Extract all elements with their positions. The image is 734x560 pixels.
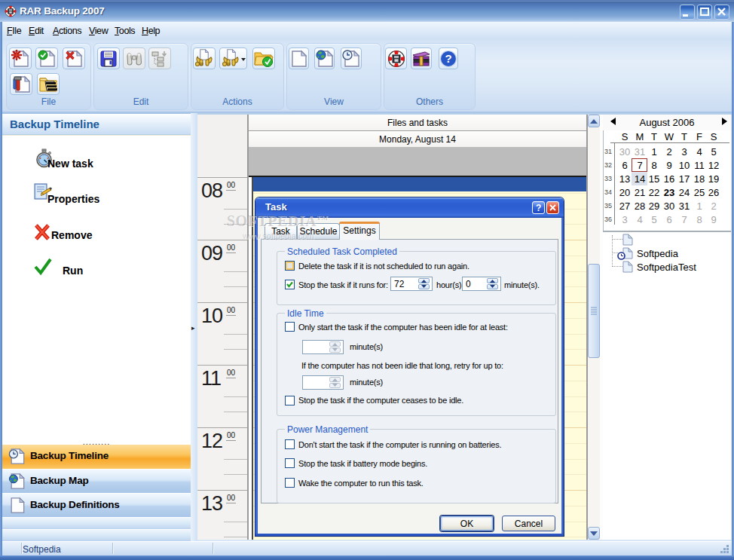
svg-text:?: ?: [536, 203, 541, 213]
